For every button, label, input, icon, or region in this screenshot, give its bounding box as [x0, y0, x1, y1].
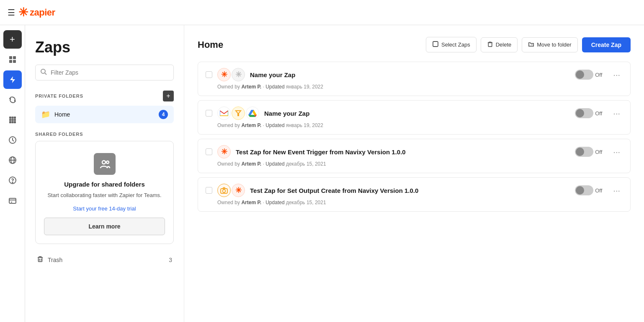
- zap-app-icon-zapier: ✳: [217, 145, 231, 158]
- zap-app-icon-filter: [232, 106, 245, 120]
- zap-app-icons: [217, 106, 259, 120]
- zapier-logo: ✳ zapier: [18, 5, 55, 19]
- move-to-folder-button[interactable]: Move to folder: [522, 37, 577, 52]
- zap-updated-label: Updated: [265, 200, 284, 205]
- zap-updated-date: декабрь 15, 2021: [286, 161, 326, 167]
- svg-point-26: [106, 161, 109, 164]
- learn-more-button[interactable]: Learn more: [44, 218, 165, 235]
- svg-rect-11: [9, 121, 11, 123]
- zap-app-icon-zapier: ✳: [232, 184, 245, 197]
- shared-folders-label: SHARED FOLDERS: [35, 132, 83, 137]
- sidebar-item-apps[interactable]: [3, 111, 22, 129]
- zap-app-icons: ✳: [217, 145, 231, 158]
- right-panel: Home Select Zaps Delete: [184, 25, 644, 322]
- trash-item[interactable]: Trash 3: [35, 252, 174, 268]
- svg-rect-30: [433, 42, 438, 47]
- zap-list: ✳ ✳ Name your Zap Off ···: [198, 62, 631, 216]
- private-folders-section-header: PRIVATE FOLDERS +: [35, 91, 174, 101]
- svg-line-24: [45, 73, 46, 75]
- svg-rect-8: [9, 119, 11, 121]
- zap-checkbox[interactable]: [206, 71, 212, 78]
- right-toolbar: Select Zaps Delete Move to folder: [426, 37, 578, 52]
- zap-more-button[interactable]: ···: [611, 185, 623, 196]
- svg-rect-3: [13, 60, 16, 63]
- select-zaps-button[interactable]: Select Zaps: [426, 37, 477, 52]
- zap-owner: Artem P.: [241, 161, 261, 167]
- sidebar-item-billing[interactable]: [3, 191, 22, 210]
- topbar-logo: ☰ ✳ zapier: [8, 5, 55, 19]
- zap-meta: Owned by Artem P. · Updated декабрь 15, …: [206, 200, 623, 205]
- toggle-label: Off: [595, 110, 602, 117]
- zap-updated-date: январь 19, 2022: [286, 84, 323, 90]
- zap-toggle: Off: [575, 185, 602, 195]
- zap-more-button[interactable]: ···: [611, 69, 623, 80]
- folder-icon: 📁: [41, 110, 50, 119]
- delete-button[interactable]: Delete: [481, 37, 518, 52]
- toggle-track[interactable]: [575, 70, 593, 80]
- zap-app-icon-gdrive: [246, 106, 259, 120]
- zap-app-icon-camera: [217, 184, 231, 197]
- select-zaps-checkbox-icon: [432, 41, 439, 49]
- zap-name: Test Zap for Set Output Create from Navi…: [250, 187, 570, 194]
- zap-app-icons: ✳ ✳: [217, 68, 245, 81]
- zap-updated-date: декабрь 15, 2021: [286, 200, 326, 205]
- zap-meta: Owned by Artem P. · Updated январь 19, 2…: [206, 122, 623, 128]
- toggle-track[interactable]: [575, 108, 593, 118]
- zap-checkbox[interactable]: [206, 187, 212, 194]
- hamburger-icon[interactable]: ☰: [8, 8, 15, 18]
- sidebar-item-help[interactable]: [3, 171, 22, 190]
- zap-more-button[interactable]: ···: [611, 146, 623, 158]
- zap-checkbox[interactable]: [206, 110, 212, 117]
- folder-item-home[interactable]: 📁 Home 4: [35, 106, 174, 123]
- zap-toggle: Off: [575, 108, 602, 118]
- zap-updated-label: Updated: [265, 122, 284, 128]
- zap-row: ✳ ✳ Name your Zap Off ···: [198, 62, 631, 96]
- zap-name: Name your Zap: [264, 110, 570, 117]
- svg-rect-27: [39, 257, 42, 262]
- svg-point-25: [102, 161, 106, 164]
- zap-toggle: Off: [575, 70, 602, 80]
- create-zap-button[interactable]: Create Zap: [582, 37, 631, 52]
- zap-checkbox[interactable]: [206, 148, 212, 155]
- svg-rect-10: [14, 119, 16, 121]
- zap-toggle: Off: [575, 147, 602, 157]
- trash-icon: [37, 256, 44, 264]
- zap-more-button[interactable]: ···: [611, 108, 623, 119]
- svg-rect-9: [11, 119, 13, 121]
- upgrade-icon: [94, 153, 116, 175]
- zap-owner: Artem P.: [241, 84, 261, 90]
- svg-rect-5: [9, 117, 11, 119]
- svg-rect-6: [11, 117, 13, 119]
- topbar: ☰ ✳ zapier: [0, 0, 644, 25]
- sidebar-item-dashboard[interactable]: [3, 50, 22, 69]
- svg-point-23: [41, 69, 45, 73]
- folder-count-badge: 4: [159, 110, 168, 119]
- svg-rect-7: [14, 117, 16, 119]
- svg-rect-12: [11, 121, 13, 123]
- svg-rect-1: [13, 56, 16, 59]
- toggle-track[interactable]: [575, 185, 593, 195]
- trial-link[interactable]: Start your free 14-day trial: [73, 205, 136, 212]
- svg-rect-0: [9, 56, 12, 59]
- toggle-thumb: [576, 70, 584, 79]
- sidebar-item-transfers[interactable]: [3, 91, 22, 109]
- trash-count: 3: [169, 257, 172, 263]
- zap-owner: Artem P.: [241, 200, 261, 205]
- toggle-thumb: [576, 186, 584, 195]
- sidebar-item-zaps[interactable]: [3, 70, 22, 89]
- zapier-brand-icon: ✳: [18, 5, 28, 19]
- delete-icon: [487, 41, 493, 49]
- svg-marker-4: [10, 76, 15, 83]
- filter-input[interactable]: [35, 65, 174, 80]
- toggle-track[interactable]: [575, 147, 593, 157]
- zap-row: ✳ Test Zap for New Event Trigger from Na…: [198, 139, 631, 173]
- sidebar-item-explore[interactable]: [3, 151, 22, 169]
- add-folder-button[interactable]: +: [163, 91, 174, 101]
- sidebar-item-add[interactable]: +: [3, 30, 22, 49]
- zapier-brand-text: zapier: [30, 7, 55, 18]
- trash-label: Trash: [48, 257, 62, 263]
- toggle-label: Off: [595, 72, 602, 78]
- search-icon: [40, 68, 47, 77]
- sidebar-item-history[interactable]: [3, 131, 22, 149]
- zap-meta: Owned by Artem P. · Updated январь 19, 2…: [206, 84, 623, 90]
